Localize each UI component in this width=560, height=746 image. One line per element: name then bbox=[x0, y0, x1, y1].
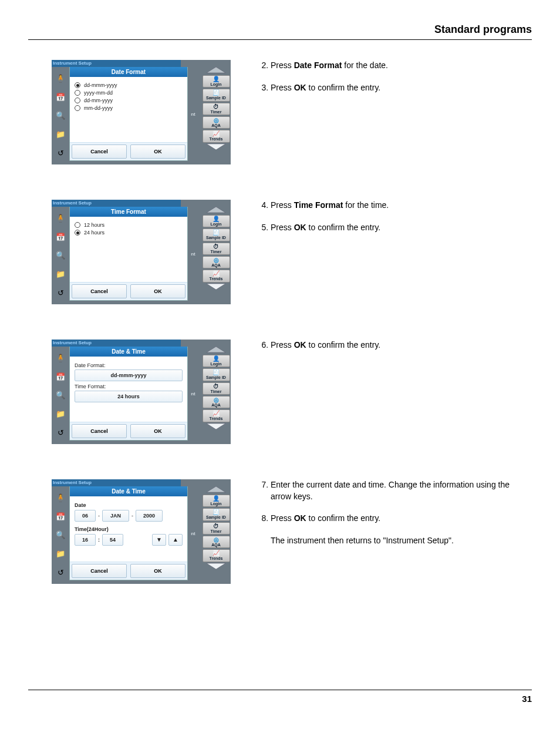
option-12-hours[interactable]: 12 hours bbox=[75, 222, 183, 228]
year-field[interactable]: 2000 bbox=[136, 510, 163, 522]
login-button[interactable]: 👤Login bbox=[203, 75, 230, 88]
down-triangle-icon[interactable] bbox=[204, 422, 228, 431]
person-icon[interactable]: 🧍 bbox=[55, 213, 66, 224]
login-button[interactable]: 👤Login bbox=[203, 495, 230, 507]
minute-field[interactable]: 54 bbox=[102, 534, 123, 546]
hour-field[interactable]: 16 bbox=[75, 534, 96, 546]
time-format-value[interactable]: 24 hours bbox=[75, 391, 183, 402]
svg-marker-5 bbox=[207, 424, 225, 429]
ok-button[interactable]: OK bbox=[130, 424, 185, 438]
left-icon-strip: 🧍 📅 🔍 📁 ↺ bbox=[52, 67, 69, 164]
up-triangle-icon[interactable] bbox=[204, 206, 228, 214]
option-dd-mm-yyyy[interactable]: dd-mm-yyyy bbox=[75, 98, 183, 103]
day-field[interactable]: 06 bbox=[75, 510, 96, 522]
cancel-button[interactable]: Cancel bbox=[72, 564, 127, 578]
sample-id-button[interactable]: 🧾Sample ID bbox=[203, 89, 230, 101]
screenshot-time-format: Instrument Setup 🧍 📅 🔍 📁 ↺ Time Format 1… bbox=[52, 200, 231, 304]
option-24-hours[interactable]: 24 hours bbox=[75, 230, 183, 236]
calendar-icon[interactable]: 📅 bbox=[55, 231, 66, 243]
step-8-note: The instrument then returns to "Instrume… bbox=[271, 535, 532, 547]
nt-label: nt bbox=[191, 391, 195, 396]
nt-label: nt bbox=[191, 251, 195, 257]
date-format-value[interactable]: dd-mmm-yyyy bbox=[75, 369, 183, 381]
timer-button[interactable]: ⏱Timer bbox=[203, 103, 230, 115]
step-5: Press OK to confirm the entry. bbox=[271, 222, 532, 234]
instructions-1: Press Date Format for the date. Press OK… bbox=[254, 60, 532, 104]
trends-button[interactable]: 📈Trends bbox=[203, 409, 230, 422]
folder-icon[interactable]: 📁 bbox=[55, 408, 66, 420]
person-icon[interactable]: 🧍 bbox=[55, 492, 66, 504]
instructions-2: Press Time Format for the time. Press OK… bbox=[254, 200, 532, 244]
search-icon[interactable]: 🔍 bbox=[55, 110, 66, 122]
month-field[interactable]: JAN bbox=[102, 510, 129, 522]
instructions-3: Press OK to confirm the entry. bbox=[254, 340, 532, 362]
cancel-button[interactable]: Cancel bbox=[72, 145, 127, 159]
cancel-button[interactable]: Cancel bbox=[72, 424, 127, 438]
panel-title: Date & Time bbox=[70, 486, 187, 496]
step-block-2: Instrument Setup 🧍 📅 🔍 📁 ↺ Time Format 1… bbox=[28, 200, 532, 304]
back-icon[interactable]: ↺ bbox=[55, 566, 66, 578]
option-mm-dd-yyyy[interactable]: mm-dd-yyyy bbox=[75, 105, 183, 111]
date-label: Date bbox=[75, 502, 183, 508]
svg-marker-4 bbox=[207, 347, 225, 352]
folder-icon[interactable]: 📁 bbox=[55, 129, 66, 140]
folder-icon[interactable]: 📁 bbox=[55, 268, 66, 280]
search-icon[interactable]: 🔍 bbox=[55, 529, 66, 541]
login-button[interactable]: 👤Login bbox=[203, 215, 230, 227]
sample-id-button[interactable]: 🧾Sample ID bbox=[203, 508, 230, 520]
timer-button[interactable]: ⏱Timer bbox=[203, 522, 230, 535]
device-topbar: Instrument Setup bbox=[52, 200, 181, 207]
cancel-button[interactable]: Cancel bbox=[72, 284, 127, 298]
aqa-button[interactable]: ◎AQA bbox=[203, 116, 230, 129]
arrow-up-button[interactable]: ▲ bbox=[168, 534, 183, 546]
search-icon[interactable]: 🔍 bbox=[55, 250, 66, 261]
left-icon-strip: 🧍 📅 🔍 📁 ↺ bbox=[52, 207, 69, 304]
ok-button[interactable]: OK bbox=[130, 145, 185, 159]
sep: - bbox=[131, 513, 133, 519]
calendar-icon[interactable]: 📅 bbox=[55, 91, 66, 103]
search-icon[interactable]: 🔍 bbox=[55, 389, 66, 401]
back-icon[interactable]: ↺ bbox=[55, 426, 66, 438]
device-topbar: Instrument Setup bbox=[52, 340, 181, 347]
page-header: Standard programs bbox=[28, 23, 532, 40]
back-icon[interactable]: ↺ bbox=[55, 147, 66, 159]
aqa-button[interactable]: ◎AQA bbox=[203, 536, 230, 548]
right-icon-strip: 👤Login 🧾Sample ID ⏱Timer ◎AQA 📈Trends bbox=[201, 345, 231, 444]
option-dd-mmm-yyyy[interactable]: dd-mmm-yyyy bbox=[75, 82, 183, 88]
screenshot-date-time-summary: Instrument Setup 🧍 📅 🔍 📁 ↺ Date & Time D… bbox=[52, 340, 231, 444]
back-icon[interactable]: ↺ bbox=[55, 287, 66, 298]
arrow-down-button[interactable]: ▼ bbox=[152, 534, 166, 546]
trends-button[interactable]: 📈Trends bbox=[203, 130, 230, 142]
trends-button[interactable]: 📈Trends bbox=[203, 549, 230, 562]
aqa-button[interactable]: ◎AQA bbox=[203, 396, 230, 408]
up-triangle-icon[interactable] bbox=[204, 485, 228, 493]
sample-id-button[interactable]: 🧾Sample ID bbox=[203, 228, 230, 241]
up-triangle-icon[interactable] bbox=[204, 66, 228, 74]
panel-title: Date Format bbox=[70, 67, 187, 77]
calendar-icon[interactable]: 📅 bbox=[55, 371, 66, 382]
timer-button[interactable]: ⏱Timer bbox=[203, 243, 230, 255]
option-yyyy-mm-dd[interactable]: yyyy-mm-dd bbox=[75, 90, 183, 96]
person-icon[interactable]: 🧍 bbox=[55, 73, 66, 85]
time-format-panel: Time Format 12 hours 24 hours Cancel OK bbox=[69, 207, 188, 301]
date-format-label: Date Format: bbox=[75, 362, 183, 368]
calendar-icon[interactable]: 📅 bbox=[55, 510, 66, 522]
up-triangle-icon[interactable] bbox=[204, 345, 228, 354]
down-triangle-icon[interactable] bbox=[204, 283, 228, 291]
step-8: Press OK to confirm the entry. bbox=[271, 513, 532, 525]
folder-icon[interactable]: 📁 bbox=[55, 548, 66, 560]
ok-button[interactable]: OK bbox=[130, 564, 185, 578]
ok-button[interactable]: OK bbox=[130, 284, 185, 298]
timer-button[interactable]: ⏱Timer bbox=[203, 382, 230, 395]
svg-marker-2 bbox=[207, 207, 225, 213]
down-triangle-icon[interactable] bbox=[204, 143, 228, 151]
trends-button[interactable]: 📈Trends bbox=[203, 270, 230, 282]
login-button[interactable]: 👤Login bbox=[203, 355, 230, 367]
section-title: Standard programs bbox=[434, 23, 532, 36]
device-topbar: Instrument Setup bbox=[52, 479, 181, 486]
person-icon[interactable]: 🧍 bbox=[55, 352, 66, 364]
sample-id-button[interactable]: 🧾Sample ID bbox=[203, 368, 230, 381]
aqa-button[interactable]: ◎AQA bbox=[203, 256, 230, 268]
down-triangle-icon[interactable] bbox=[204, 562, 228, 570]
colon: : bbox=[98, 537, 100, 543]
